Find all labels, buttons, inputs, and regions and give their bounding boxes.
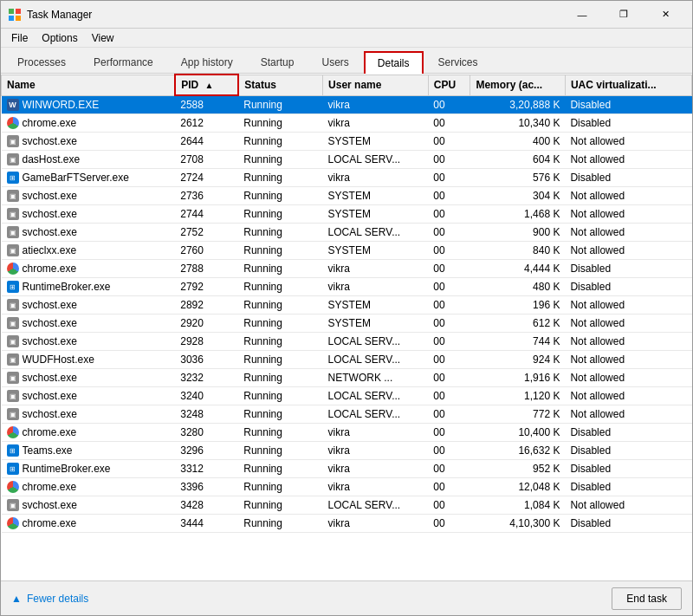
table-row[interactable]: ▣svchost.exe2920RunningSYSTEM00612 KNot … — [2, 314, 692, 333]
process-user: LOCAL SERV... — [323, 405, 429, 424]
process-uac: Not allowed — [565, 387, 691, 405]
tab-app-history[interactable]: App history — [168, 50, 246, 73]
process-name: chrome.exe — [23, 117, 77, 129]
col-header-pid[interactable]: PID ▲ — [175, 75, 238, 95]
tab-details[interactable]: Details — [364, 51, 424, 74]
process-table-body: WWINWORD.EXE2588Runningvikra003,20,888 K… — [2, 95, 692, 533]
process-pid: 3444 — [175, 515, 238, 533]
table-row[interactable]: ▣dasHost.exe2708RunningLOCAL SERV...0060… — [2, 151, 692, 169]
tab-users[interactable]: Users — [308, 50, 361, 73]
process-cpu: 00 — [428, 278, 470, 296]
process-pid: 3428 — [175, 496, 238, 515]
process-icon: ▣ — [7, 408, 19, 420]
table-row[interactable]: ▣svchost.exe2752RunningLOCAL SERV...0090… — [2, 224, 692, 242]
process-name-cell: ▣svchost.exe — [2, 224, 176, 242]
process-cpu: 00 — [428, 169, 470, 187]
process-icon: ⊞ — [7, 463, 19, 475]
close-button[interactable]: ✕ — [645, 1, 685, 29]
process-icon: ▣ — [7, 317, 19, 329]
process-pid: 3280 — [175, 424, 238, 442]
process-memory: 4,444 K — [470, 260, 566, 278]
table-row[interactable]: chrome.exe3280Runningvikra0010,400 KDisa… — [2, 424, 692, 442]
process-pid: 3248 — [175, 405, 238, 424]
col-header-status[interactable]: Status — [238, 75, 322, 95]
table-row[interactable]: ▣svchost.exe2744RunningSYSTEM001,468 KNo… — [2, 205, 692, 224]
process-status: Running — [238, 369, 322, 387]
process-table-container[interactable]: Name PID ▲ Status User name CPU Memory (… — [1, 74, 692, 580]
process-cpu: 00 — [428, 351, 470, 369]
process-cpu: 00 — [428, 442, 470, 460]
process-pid: 2788 — [175, 260, 238, 278]
menu-file[interactable]: File — [4, 30, 35, 46]
table-row[interactable]: ▣svchost.exe2736RunningSYSTEM00304 KNot … — [2, 187, 692, 205]
process-user: SYSTEM — [323, 314, 429, 333]
col-header-cpu[interactable]: CPU — [428, 75, 470, 95]
process-name-cell: ▣svchost.exe — [2, 333, 176, 351]
process-uac: Disabled — [565, 278, 691, 296]
table-row[interactable]: ▣svchost.exe3248RunningLOCAL SERV...0077… — [2, 405, 692, 424]
process-name: WUDFHost.exe — [23, 353, 94, 366]
tab-processes[interactable]: Processes — [4, 50, 79, 73]
tab-startup[interactable]: Startup — [248, 50, 308, 73]
process-icon: ▣ — [7, 390, 19, 402]
restore-button[interactable]: ❐ — [604, 1, 644, 29]
process-pid: 3036 — [175, 351, 238, 369]
process-name-cell: chrome.exe — [2, 424, 176, 442]
table-row[interactable]: chrome.exe2612Runningvikra0010,340 KDisa… — [2, 114, 692, 133]
process-memory: 1,120 K — [470, 387, 566, 405]
table-row[interactable]: ▣svchost.exe2644RunningSYSTEM00400 KNot … — [2, 133, 692, 151]
table-row[interactable]: ⊞GameBarFTServer.exe2724Runningvikra0057… — [2, 169, 692, 187]
process-name: RuntimeBroker.exe — [23, 463, 111, 475]
table-row[interactable]: ▣atieclxx.exe2760RunningSYSTEM00840 KNot… — [2, 242, 692, 260]
process-user: vikra — [323, 442, 429, 460]
tab-services[interactable]: Services — [425, 50, 491, 73]
process-icon: ▣ — [7, 226, 19, 238]
process-cpu: 00 — [428, 151, 470, 169]
tab-performance[interactable]: Performance — [81, 50, 166, 73]
col-header-name[interactable]: Name — [2, 75, 176, 95]
process-cpu: 00 — [428, 424, 470, 442]
process-name-cell: chrome.exe — [2, 515, 176, 533]
process-status: Running — [238, 133, 322, 151]
table-row[interactable]: chrome.exe3444Runningvikra004,10,300 KDi… — [2, 515, 692, 533]
process-icon: ▣ — [7, 499, 19, 511]
table-row[interactable]: ⊞RuntimeBroker.exe3312Runningvikra00952 … — [2, 460, 692, 478]
process-status: Running — [238, 242, 322, 260]
process-uac: Disabled — [565, 260, 691, 278]
process-memory: 744 K — [470, 333, 566, 351]
table-row[interactable]: ⊞RuntimeBroker.exe2792Runningvikra00480 … — [2, 278, 692, 296]
table-row[interactable]: ▣svchost.exe2928RunningLOCAL SERV...0074… — [2, 333, 692, 351]
process-pid: 2892 — [175, 296, 238, 314]
end-task-button[interactable]: End task — [612, 587, 682, 610]
col-header-memory[interactable]: Memory (ac... — [470, 75, 566, 95]
process-pid: 3232 — [175, 369, 238, 387]
table-row[interactable]: WWINWORD.EXE2588Runningvikra003,20,888 K… — [2, 95, 692, 114]
table-row[interactable]: ▣svchost.exe2892RunningSYSTEM00196 KNot … — [2, 296, 692, 314]
process-user: LOCAL SERV... — [323, 387, 429, 405]
process-icon — [7, 263, 19, 275]
process-pid: 2644 — [175, 133, 238, 151]
process-user: NETWORK ... — [323, 369, 429, 387]
col-header-uac[interactable]: UAC virtualizati... — [565, 75, 691, 95]
menu-options[interactable]: Options — [35, 30, 84, 46]
table-row[interactable]: ▣svchost.exe3232RunningNETWORK ...001,91… — [2, 369, 692, 387]
minimize-button[interactable]: — — [562, 1, 602, 29]
menu-view[interactable]: View — [85, 30, 121, 46]
process-name-cell: chrome.exe — [2, 260, 176, 278]
process-status: Running — [238, 442, 322, 460]
process-icon — [7, 117, 19, 129]
table-row[interactable]: ▣svchost.exe3428RunningLOCAL SERV...001,… — [2, 496, 692, 515]
process-cpu: 00 — [428, 133, 470, 151]
process-cpu: 00 — [428, 478, 470, 496]
table-row[interactable]: ▣svchost.exe3240RunningLOCAL SERV...001,… — [2, 387, 692, 405]
process-status: Running — [238, 496, 322, 515]
process-name: RuntimeBroker.exe — [23, 281, 111, 293]
col-header-user[interactable]: User name — [323, 75, 429, 95]
table-row[interactable]: chrome.exe2788Runningvikra004,444 KDisab… — [2, 260, 692, 278]
table-row[interactable]: ⊞Teams.exe3296Runningvikra0016,632 KDisa… — [2, 442, 692, 460]
process-cpu: 00 — [428, 460, 470, 478]
fewer-details-button[interactable]: ▲ Fewer details — [11, 593, 88, 605]
table-row[interactable]: chrome.exe3396Runningvikra0012,048 KDisa… — [2, 478, 692, 496]
table-row[interactable]: ▣WUDFHost.exe3036RunningLOCAL SERV...009… — [2, 351, 692, 369]
process-name: svchost.exe — [23, 226, 77, 238]
